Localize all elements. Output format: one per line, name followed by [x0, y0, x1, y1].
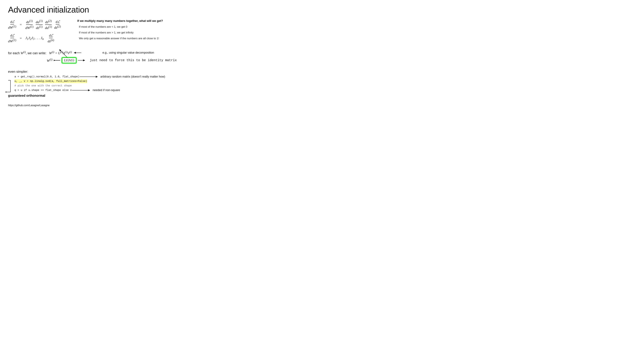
even-simpler-section: even simpler: a = get_rng().normal(0.0, … [8, 68, 217, 97]
code-annotation-1: arbitrary random matrix (doesn't really … [100, 75, 165, 78]
decomp-row: for each W(i), we can write: W(i) = U(i)… [8, 50, 217, 55]
guaranteed-label: guaranteed orthonormal [8, 94, 217, 97]
bullet-1: If most of the numbers are < 1, we get 0 [77, 25, 163, 28]
arrow-uv-to-lambda [58, 48, 70, 58]
code-row-4-container: q = u if u.shape == flat_shape else v ne… [14, 88, 217, 92]
bullet-3: We only get a reasonable answer if the n… [77, 37, 163, 40]
svg-line-1 [59, 49, 67, 57]
footer-link[interactable]: https://github.com/Lasagne/Lasagne [8, 104, 217, 107]
code-row-2: u, _, v = np.linalg.svd(a, full_matrices… [14, 79, 217, 83]
identity-note: just need to force this to be identity m… [90, 58, 177, 62]
formula-2: d𝓛 dW(1) = J1J2J3 . . . Jn d𝓛 dz(n) [8, 33, 68, 43]
left-arrow-uv [54, 58, 60, 62]
arrow-decomp [74, 50, 82, 55]
code-block: a = get_rng().normal(0.0, 1.0, flat_shap… [14, 75, 217, 92]
brace-arrow-svg [6, 80, 15, 93]
code-line-1: a = get_rng().normal(0.0, 1.0, flat_shap… [14, 75, 79, 79]
slide-title: Advanced initialization [8, 5, 217, 14]
w-assign-row: W(i) U(i)V(i) [47, 57, 217, 63]
code-line-3: # pick the one with the correct shape [14, 84, 72, 88]
formulas-section: d𝓛 dW(1) = dz(1) dW(1) da(1) dz(1) dz(2)… [8, 19, 68, 43]
code-row-3: # pick the one with the correct shape [14, 84, 217, 88]
arrow-code1 [79, 75, 99, 79]
code-annotation-2: needed if non-square [92, 88, 120, 92]
decomp-section: for each W(i), we can write: W(i) = U(i)… [8, 50, 217, 63]
code-row-4: q = u if u.shape == flat_shape else v ne… [14, 88, 120, 92]
code-line-4: q = u if u.shape == flat_shape else v [14, 88, 72, 92]
bullet-2: If most of the numbers are > 1, we get i… [77, 31, 163, 34]
arrow-code4 [72, 88, 91, 92]
code-row-1: a = get_rng().normal(0.0, 1.0, flat_shap… [14, 75, 217, 79]
right-arrow-identity [78, 58, 86, 62]
svd-note: e.g., using singular value decomposition [102, 51, 154, 54]
uv-green-box: U(i)V(i) [62, 57, 76, 63]
w-i-label: W(i) [47, 58, 52, 63]
code-line-2: u, _, v = np.linalg.svd(a, full_matrices… [14, 79, 87, 83]
even-simpler-label: even simpler: [8, 70, 217, 73]
formula-1: d𝓛 dW(1) = dz(1) dW(1) da(1) dz(1) dz(2)… [8, 19, 68, 30]
right-explanation: If we multiply many many numbers togethe… [77, 19, 163, 40]
multiply-question: If we multiply many many numbers togethe… [77, 19, 163, 23]
